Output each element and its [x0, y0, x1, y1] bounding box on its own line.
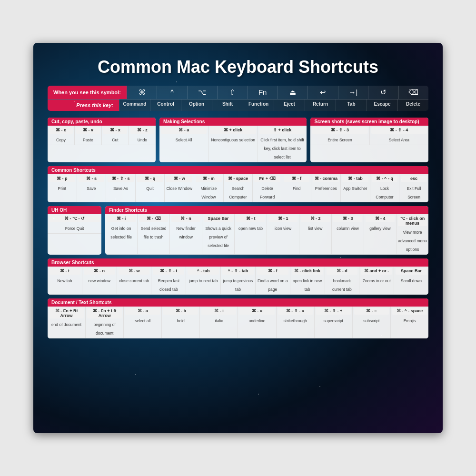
browser-header: Browser Shortcuts: [48, 258, 428, 267]
shift-click-label: Click first item, hold shift key, click …: [260, 138, 304, 159]
shortcut-reopen-tab: ⌘ - ⇧ - t Reopen last closed tab: [151, 267, 186, 295]
shortcut-doc-select-all: ⌘ - a select all: [124, 307, 162, 338]
shortcut-alt-menu: ⌥ - click on menus View more advanced me…: [397, 214, 428, 255]
cut-copy-row: ⌘ - c Copy ⌘ - v Paste ⌘ - x Cut ⌘ - z U…: [48, 126, 156, 145]
cut-copy-header: Cut, copy, paste, undo: [48, 118, 156, 126]
shortcut-strikethrough: ⌘ - ⇧ - u strikethrough: [277, 307, 315, 338]
symbol-shift: ⇧: [217, 86, 247, 99]
shortcut-subscript: ⌘ - = subscript: [353, 307, 391, 338]
symbol-cmd: ⌘: [127, 86, 157, 99]
shortcut-browser-new-tab: ⌘ - t New tab: [48, 267, 82, 295]
symbol-opt: ⌥: [187, 86, 217, 99]
symbol-legend: When you see this symbol: ⌘ ^ ⌥ ⇧ Fn ⏏ ↩…: [48, 86, 428, 111]
finder-row: ⌘ - i Get info on selected file ⌘ - ⌫ Se…: [105, 214, 428, 255]
shortcut-undo: ⌘ - z Undo: [129, 126, 156, 145]
screenshots-header: Screen shots (saves screen image to desk…: [310, 118, 428, 126]
shortcut-bold: ⌘ - b bold: [162, 307, 200, 338]
shortcut-cut: ⌘ - x Cut: [102, 126, 129, 145]
shortcut-gallery-view: ⌘ - 4 gallery view: [364, 214, 397, 255]
key-shift: Shift: [212, 99, 243, 111]
symbol-eject: ⏏: [278, 86, 307, 99]
symbol-fn: Fn: [248, 86, 278, 99]
symbol-esc: ↺: [368, 86, 398, 99]
undo-key: ⌘ - z: [130, 127, 154, 134]
shortcut-bookmark: ⌘ - d bookmark current tab: [325, 267, 360, 295]
copy-label: Copy: [56, 138, 66, 142]
shortcut-zoom: ⌘ and + or - Zooms in or out: [359, 267, 394, 295]
shortcut-search: ⌘ - space Search Computer: [224, 174, 253, 202]
uhoh-header: UH OH: [48, 206, 101, 214]
shortcut-find: ⌘ - f Find: [282, 174, 312, 202]
page-title: Common Mac Keyboard Shortcuts: [48, 57, 428, 77]
cut-copy-section: Cut, copy, paste, undo ⌘ - c Copy ⌘ - v …: [48, 118, 156, 162]
sections-grid: Cut, copy, paste, undo ⌘ - c Copy ⌘ - v …: [48, 118, 428, 338]
finder-header: Finder Shortcuts: [105, 206, 428, 214]
document-section: Document / Text Shortcuts ⌘ - Fn + Rt Ar…: [48, 298, 428, 338]
shortcut-select-all: ⌘ - a Select All: [159, 126, 208, 162]
selections-header: Making Selections: [159, 118, 307, 126]
shortcut-italic: ⌘ - i italic: [200, 307, 238, 338]
shortcut-noncontiguous: ⌘ + click Noncontiguous selection: [208, 126, 258, 162]
selections-section: Making Selections ⌘ - a Select All ⌘ + c…: [159, 118, 307, 162]
paste-key: ⌘ - v: [76, 127, 100, 134]
key-tab: Tab: [336, 99, 367, 111]
shortcut-browser-close: ⌘ - w close current tab: [117, 267, 152, 295]
shortcut-browser-new-win: ⌘ - n new window: [82, 267, 117, 295]
select-area-label: Select Area: [389, 138, 409, 142]
shortcut-app-switcher: ⌘ - tab App Switcher: [341, 174, 370, 202]
shift-click-key: ⇧ + click: [259, 127, 305, 134]
shortcut-open-new-tab: ⌘ - click link open link in new tab: [290, 267, 325, 295]
paste-label: Paste: [83, 138, 93, 142]
row-1: Cut, copy, paste, undo ⌘ - c Copy ⌘ - v …: [48, 118, 428, 162]
cut-label: Cut: [112, 138, 118, 142]
shortcut-next-tab: ^ - tab jump to next tab: [186, 267, 221, 295]
key-return: Return: [305, 99, 336, 111]
shortcut-scroll: Space Bar Scroll down: [394, 267, 428, 295]
key-delete: Delete: [397, 99, 428, 111]
shortcut-copy: ⌘ - c Copy: [48, 126, 75, 145]
symbol-del: ⌫: [398, 86, 428, 99]
shortcut-icon-view: ⌘ - 1 icon view: [267, 214, 299, 255]
browser-section: Browser Shortcuts ⌘ - t New tab ⌘ - n ne…: [48, 258, 428, 295]
key-eject: Eject: [274, 99, 305, 111]
shortcut-begin-doc: ⌘ - Fn + Lft Arrow beginning of document: [86, 307, 124, 338]
shortcut-emoji: ⌘ - ^ - space Emojis: [391, 307, 428, 338]
shortcut-prev-tab: ^ - ⇧ - tab jump to previous tab: [221, 267, 256, 295]
key-control: Control: [150, 99, 181, 111]
key-escape: Escape: [367, 99, 397, 111]
shortcut-prefs: ⌘ - comma Preferences: [311, 174, 341, 202]
when-label: When you see this symbol:: [48, 86, 127, 99]
shortcut-paste: ⌘ - v Paste: [75, 126, 102, 145]
document-row: ⌘ - Fn + Rt Arrow end of document ⌘ - Fn…: [48, 307, 428, 338]
select-all-key: ⌘ - a: [161, 127, 207, 134]
key-name-cells: Command Control Option Shift Function Ej…: [119, 99, 428, 111]
common-row: ⌘ - p Print ⌘ - s Save ⌘ - ⇧ - s Save As…: [48, 174, 428, 202]
document-header: Document / Text Shortcuts: [48, 298, 428, 307]
shortcut-list-view: ⌘ - 2 list view: [299, 214, 332, 255]
entire-screen-label: Entire Screen: [327, 138, 352, 142]
shortcut-end-doc: ⌘ - Fn + Rt Arrow end of document: [48, 307, 86, 338]
key-option: Option: [181, 99, 212, 111]
common-section: Common Shortcuts ⌘ - p Print ⌘ - s Save …: [48, 166, 428, 202]
shortcut-save: ⌘ - s Save: [77, 174, 107, 202]
symbol-ctrl: ^: [157, 86, 187, 99]
shortcut-new-finder: ⌘ - n New finder window: [170, 214, 202, 255]
shortcut-close-window: ⌘ - w Close Window: [165, 174, 194, 202]
press-label: Press this key:: [48, 99, 119, 111]
shortcut-entire-screen: ⌘ - ⇧ - 3 Entire Screen: [310, 126, 369, 145]
shortcut-find-word: ⌘ - f Find a word on a page: [256, 267, 290, 295]
shortcut-force-quit: ⌘ - ⌥ - ↺ Force Quit: [48, 214, 101, 234]
shortcut-save-as: ⌘ - ⇧ - s Save As: [106, 174, 136, 202]
entire-screen-key: ⌘ - ⇧ - 3: [312, 127, 367, 134]
shortcut-preview: Space Bar Shows a quick preview of selec…: [202, 214, 235, 255]
screenshots-section: Screen shots (saves screen image to desk…: [310, 118, 428, 162]
undo-label: Undo: [138, 138, 147, 142]
shortcut-del-forward: Fn + ⌫ Delete Forward: [253, 174, 282, 202]
shortcut-fullscreen: esc Exit Full Screen: [399, 174, 428, 202]
select-area-key: ⌘ - ⇧ - 4: [371, 127, 427, 134]
cut-key: ⌘ - x: [103, 127, 127, 134]
shortcut-trash: ⌘ - ⌫ Send selected file to trash: [138, 214, 170, 255]
poster: Common Mac Keyboard Shortcuts When you s…: [33, 43, 443, 433]
shortcut-new-tab: ⌘ - t open new tab: [235, 214, 267, 255]
select-all-label: Select All: [176, 138, 192, 142]
